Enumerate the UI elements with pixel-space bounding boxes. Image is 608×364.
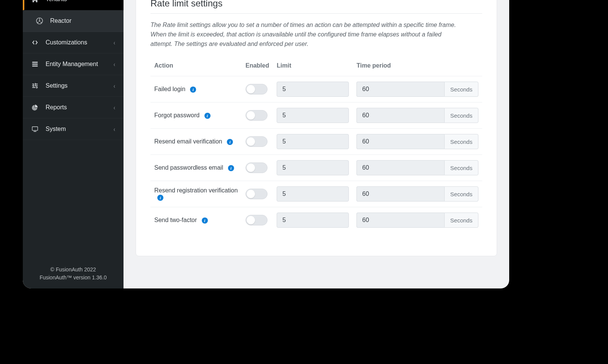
- version-text: FusionAuth™ version 1.36.0: [27, 274, 120, 282]
- code-icon: [31, 39, 39, 46]
- info-icon[interactable]: i: [227, 139, 233, 145]
- server-icon: [31, 60, 39, 68]
- info-icon[interactable]: i: [204, 113, 211, 119]
- sidebar-item-label: System: [46, 126, 107, 132]
- sidebar-item-entity-management[interactable]: Entity Management ‹: [23, 54, 124, 75]
- sidebar-item-customizations[interactable]: Customizations ‹: [23, 32, 124, 54]
- reactor-icon: [36, 17, 43, 25]
- period-group: Seconds: [356, 186, 478, 202]
- action-label: Resend email verification: [154, 138, 222, 145]
- info-icon[interactable]: i: [202, 217, 208, 224]
- period-input[interactable]: [356, 134, 444, 149]
- limit-input[interactable]: [277, 134, 349, 149]
- limit-input[interactable]: [277, 186, 349, 202]
- svg-rect-6: [33, 131, 36, 132]
- enabled-toggle[interactable]: [245, 136, 268, 147]
- chevron-left-icon: ‹: [114, 104, 115, 111]
- period-group: Seconds: [356, 213, 478, 228]
- limit-input[interactable]: [277, 82, 349, 97]
- sidebar-footer: © FusionAuth 2022 FusionAuth™ version 1.…: [23, 260, 124, 288]
- enabled-toggle[interactable]: [245, 84, 268, 95]
- sidebar-item-reports[interactable]: Reports ‹: [23, 97, 124, 118]
- toggle-knob: [247, 216, 255, 224]
- info-icon[interactable]: i: [190, 87, 196, 93]
- period-input[interactable]: [356, 160, 444, 175]
- sidebar-item-label: Customizations: [46, 39, 107, 46]
- sidebar-item-label: Entity Management: [46, 61, 107, 68]
- chevron-left-icon: ‹: [114, 125, 115, 133]
- toggle-knob: [247, 111, 255, 120]
- info-icon[interactable]: i: [228, 165, 234, 171]
- period-input[interactable]: [356, 108, 444, 123]
- col-header-enabled: Enabled: [242, 58, 273, 76]
- sidebar-item-label: Tenants: [46, 0, 115, 3]
- col-header-action: Action: [150, 58, 242, 76]
- sliders-icon: [31, 82, 39, 90]
- building-icon: [31, 0, 39, 3]
- period-input[interactable]: [356, 186, 444, 202]
- col-header-period: Time period: [353, 58, 482, 76]
- toggle-knob: [247, 85, 255, 93]
- table-row: Resend email verification i Seconds: [150, 129, 482, 155]
- rate-limit-table: Action Enabled Limit Time period Failed …: [150, 58, 482, 233]
- period-input[interactable]: [356, 213, 444, 228]
- action-label: Forgot password: [154, 112, 200, 118]
- page-description: The Rate limit settings allow you to set…: [150, 20, 462, 49]
- sidebar-item-label: Settings: [46, 82, 107, 89]
- action-label: Send passwordless email: [154, 164, 223, 171]
- period-unit-select[interactable]: Seconds: [444, 186, 478, 202]
- limit-input[interactable]: [277, 213, 349, 228]
- table-row: Send passwordless email i Seconds: [150, 155, 482, 181]
- enabled-toggle[interactable]: [245, 162, 268, 173]
- period-unit-select[interactable]: Seconds: [444, 160, 478, 175]
- sidebar: Tenants Reactor Customizations ‹ Ent: [23, 0, 124, 288]
- main-content: Rate limit settings The Rate limit setti…: [124, 0, 509, 288]
- table-row: Resend registration verification i Secon…: [150, 181, 482, 207]
- sidebar-item-system[interactable]: System ‹: [23, 118, 124, 140]
- period-unit-select[interactable]: Seconds: [444, 134, 478, 149]
- col-header-limit: Limit: [273, 58, 353, 76]
- action-label: Failed login: [154, 86, 185, 92]
- period-unit-select[interactable]: Seconds: [444, 213, 478, 228]
- period-unit-select[interactable]: Seconds: [444, 82, 478, 97]
- sidebar-item-settings[interactable]: Settings ‹: [23, 75, 124, 97]
- monitor-icon: [31, 125, 39, 133]
- enabled-toggle[interactable]: [245, 110, 268, 121]
- sidebar-menu: Tenants Reactor Customizations ‹ Ent: [23, 0, 124, 260]
- sidebar-item-tenants[interactable]: Tenants: [23, 0, 124, 10]
- sidebar-item-label: Reactor: [50, 17, 115, 24]
- period-group: Seconds: [356, 82, 478, 97]
- chevron-left-icon: ‹: [114, 82, 115, 90]
- action-label: Resend registration verification: [154, 187, 238, 194]
- toggle-knob: [247, 164, 255, 172]
- settings-card: Rate limit settings The Rate limit setti…: [136, 0, 497, 256]
- info-icon[interactable]: i: [157, 195, 163, 201]
- period-input[interactable]: [356, 82, 444, 97]
- svg-point-1: [39, 20, 40, 22]
- table-row: Forgot password i Seconds: [150, 102, 482, 129]
- table-row: Failed login i Seconds: [150, 76, 482, 102]
- sidebar-item-label: Reports: [46, 104, 107, 111]
- limit-input[interactable]: [277, 108, 349, 123]
- sidebar-item-reactor[interactable]: Reactor: [23, 10, 124, 32]
- svg-rect-4: [32, 66, 38, 67]
- enabled-toggle[interactable]: [245, 189, 268, 199]
- svg-rect-5: [32, 127, 38, 131]
- period-unit-select[interactable]: Seconds: [444, 108, 478, 123]
- page-title: Rate limit settings: [150, 0, 482, 14]
- pie-chart-icon: [31, 104, 39, 111]
- period-group: Seconds: [356, 160, 478, 175]
- app-window: Tenants Reactor Customizations ‹ Ent: [23, 0, 509, 288]
- copyright-text: © FusionAuth 2022: [27, 266, 120, 274]
- svg-rect-3: [32, 64, 38, 65]
- action-label: Send two-factor: [154, 217, 197, 223]
- chevron-left-icon: ‹: [114, 39, 115, 46]
- table-row: Send two-factor i Seconds: [150, 207, 482, 233]
- period-group: Seconds: [356, 108, 478, 123]
- svg-rect-2: [32, 62, 38, 63]
- enabled-toggle[interactable]: [245, 215, 268, 225]
- toggle-knob: [247, 137, 255, 146]
- limit-input[interactable]: [277, 160, 349, 175]
- period-group: Seconds: [356, 134, 478, 149]
- chevron-left-icon: ‹: [114, 60, 115, 68]
